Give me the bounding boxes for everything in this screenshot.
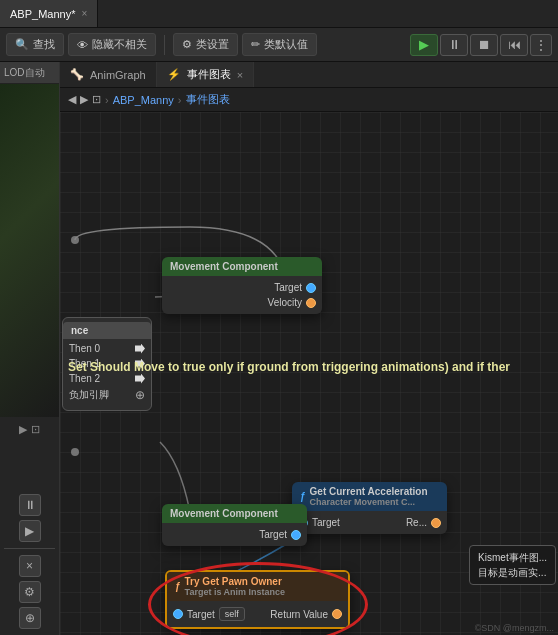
left-panel: LOD自动 ▶ ⊡ ⏸ ▶ × (0, 62, 60, 635)
default-value-label: 类默认值 (264, 37, 308, 52)
func-icon: ƒ (300, 491, 306, 502)
class-settings-icon: ⚙ (182, 38, 192, 51)
breadcrumb: ◀ ▶ ⊡ › ABP_Manny › 事件图表 (60, 88, 558, 112)
try-get-pawn-target-row: Target self Return Value (167, 605, 348, 623)
sequence-header: nce (63, 322, 151, 339)
try-get-pawn-header: ƒ Try Get Pawn Owner Target is Anim Inst… (167, 572, 348, 601)
play-controls: ▶ ⏸ ⏹ ⏮ ⋮ (410, 34, 552, 56)
lod-bar: LOD自动 (0, 62, 59, 84)
self-badge: self (219, 607, 245, 621)
add-pin-icon: ⊕ (135, 388, 145, 402)
breadcrumb-current[interactable]: 事件图表 (186, 92, 230, 107)
movement-component-2-body: Target (162, 523, 307, 546)
lod-label: LOD自动 (4, 66, 45, 80)
tab-label: ABP_Manny* (10, 8, 75, 20)
movement-component-1-body: Target Velocity (162, 276, 322, 314)
settings-icon-left[interactable]: ⚙ (19, 581, 41, 603)
movement-component-node-1[interactable]: Movement Component Target Velocity (162, 257, 322, 314)
search-icon: 🔍 (15, 38, 29, 51)
then0-pin (135, 344, 145, 354)
viewport[interactable] (0, 84, 59, 417)
get-current-acceleration-node[interactable]: ƒ Get Current Acceleration Character Mov… (292, 482, 447, 534)
tooltip-line1: Kismet事件图... (478, 550, 547, 565)
target-row-2: Target (162, 527, 307, 542)
graph-comment: Set Should Move to true only if ground f… (68, 358, 554, 376)
default-value-button[interactable]: ✏ 类默认值 (242, 33, 317, 56)
default-value-icon: ✏ (251, 38, 260, 51)
move-comp-1-label: Movement Component (170, 261, 278, 272)
tooltip-line2: 目标是动画实... (478, 565, 547, 580)
divider (4, 548, 55, 549)
nav-back-icon[interactable]: ◀ (68, 93, 76, 106)
velocity-row: Velocity (162, 295, 322, 310)
left-controls: ▶ ⊡ ⏸ ▶ × ⚙ ⊕ (0, 417, 59, 635)
get-accel-target-row: Target Re... (292, 515, 447, 530)
get-accel-body: Target Re... (292, 511, 447, 534)
try-get-pawn-label: Try Get Pawn Owner (185, 576, 286, 587)
anim-graph-icon: 🦴 (70, 68, 84, 81)
toolbar-separator (164, 35, 165, 55)
get-accel-header: ƒ Get Current Acceleration Character Mov… (292, 482, 447, 511)
more-button[interactable]: ⋮ (530, 34, 552, 56)
add-icon-left[interactable]: ⊕ (19, 607, 41, 629)
svg-point-1 (71, 448, 79, 456)
get-accel-return-pin (431, 518, 441, 528)
pause-button[interactable]: ⏸ (440, 34, 468, 56)
toolbar: 🔍 查找 👁 隐藏不相关 ⚙ 类设置 ✏ 类默认值 ▶ ⏸ ⏹ ⏮ ⋮ (0, 28, 558, 62)
event-graph-icon: ⚡ (167, 68, 181, 81)
get-accel-sublabel: Character Movement C... (310, 497, 428, 507)
graph-canvas[interactable]: nce Then 0 Then 1 Then 2 (60, 112, 558, 635)
watermark: ©SDN @mengzm... (475, 623, 554, 633)
class-settings-button[interactable]: ⚙ 类设置 (173, 33, 238, 56)
func-icon-2: ƒ (175, 581, 181, 592)
main-area: LOD自动 ▶ ⊡ ⏸ ▶ × (0, 62, 558, 635)
class-settings-label: 类设置 (196, 37, 229, 52)
viewport-background (0, 84, 59, 417)
hide-unrelated-button[interactable]: 👁 隐藏不相关 (68, 33, 156, 56)
movement-component-node-2[interactable]: Movement Component Target (162, 504, 307, 546)
velocity-pin (306, 298, 316, 308)
event-graph-label: 事件图表 (187, 67, 231, 82)
svg-point-0 (71, 236, 79, 244)
hide-label: 隐藏不相关 (92, 37, 147, 52)
try-get-pawn-body: Target self Return Value (167, 601, 348, 627)
return-value-pin (332, 609, 342, 619)
play-button[interactable]: ▶ (410, 34, 438, 56)
movement-component-1-header: Movement Component (162, 257, 322, 276)
target-pin-out (306, 283, 316, 293)
maximize-icon[interactable]: ⊡ (31, 423, 40, 436)
search-label: 查找 (33, 37, 55, 52)
try-get-pawn-owner-node[interactable]: ƒ Try Get Pawn Owner Target is Anim Inst… (165, 570, 350, 629)
tab-anim-graph[interactable]: 🦴 AnimGraph (60, 62, 157, 87)
nav-icon[interactable]: ▶ (19, 423, 27, 436)
graph-tabs: 🦴 AnimGraph ⚡ 事件图表 × (60, 62, 558, 88)
expand-icon[interactable]: ⊡ (92, 93, 101, 106)
nav-row: ▶ ⊡ (4, 423, 55, 436)
stop-button[interactable]: ⏹ (470, 34, 498, 56)
seq-then0: Then 0 (63, 341, 151, 356)
move-comp-2-label: Movement Component (170, 508, 278, 519)
tab-event-graph[interactable]: ⚡ 事件图表 × (157, 62, 254, 87)
breadcrumb-root[interactable]: ABP_Manny (113, 94, 174, 106)
tab-bar: ABP_Manny* × (0, 0, 558, 28)
try-get-pawn-sublabel: Target is Anim Instance (185, 587, 286, 597)
hide-icon: 👁 (77, 39, 88, 51)
tab-close-icon[interactable]: × (81, 8, 87, 19)
tab-abp-manny[interactable]: ABP_Manny* × (0, 0, 98, 27)
target-row: Target (162, 280, 322, 295)
search-button[interactable]: 🔍 查找 (6, 33, 64, 56)
tooltip-popup: Kismet事件图... 目标是动画实... (469, 545, 556, 585)
pause-icon-left[interactable]: ⏸ (19, 494, 41, 516)
right-panel: 🦴 AnimGraph ⚡ 事件图表 × ◀ ▶ ⊡ › ABP_Manny ›… (60, 62, 558, 635)
target-pin-2 (291, 530, 301, 540)
movement-component-2-header: Movement Component (162, 504, 307, 523)
anim-graph-label: AnimGraph (90, 69, 146, 81)
play-icon-left[interactable]: ▶ (19, 520, 41, 542)
try-get-pawn-target-pin (173, 609, 183, 619)
close-icon-left[interactable]: × (19, 555, 41, 577)
event-graph-close[interactable]: × (237, 69, 243, 81)
rewind-button[interactable]: ⏮ (500, 34, 528, 56)
seq-add-pin[interactable]: 负加引脚 ⊕ (63, 386, 151, 404)
nav-forward-icon[interactable]: ▶ (80, 93, 88, 106)
get-accel-label: Get Current Acceleration (310, 486, 428, 497)
